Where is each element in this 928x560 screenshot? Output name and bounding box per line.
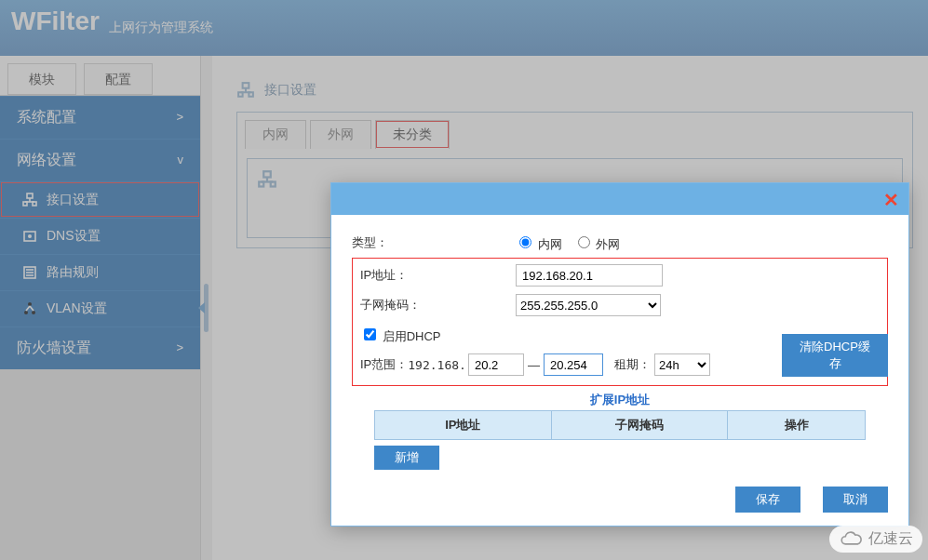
ext-ip-title: 扩展IP地址 bbox=[374, 392, 866, 408]
modal-header[interactable]: ✕ bbox=[331, 183, 908, 215]
interface-edit-modal: ✕ 类型： 内网 外网 IP地址： 子网掩码： bbox=[330, 182, 909, 527]
col-ip: IP地址 bbox=[375, 411, 552, 440]
watermark-text: 亿速云 bbox=[868, 529, 913, 549]
radio-wan-input[interactable] bbox=[578, 236, 590, 248]
type-label: 类型： bbox=[352, 234, 436, 251]
range-start-input[interactable] bbox=[468, 353, 524, 376]
radio-wan-label: 外网 bbox=[596, 237, 620, 251]
add-button[interactable]: 新增 bbox=[374, 446, 439, 470]
mask-label: 子网掩码： bbox=[360, 297, 444, 313]
watermark: 亿速云 bbox=[829, 526, 922, 553]
radio-wan[interactable]: 外网 bbox=[573, 233, 621, 253]
lease-select[interactable]: 24h bbox=[654, 353, 710, 376]
save-button[interactable]: 保存 bbox=[735, 487, 800, 513]
range-end-input[interactable] bbox=[544, 353, 603, 376]
close-icon[interactable]: ✕ bbox=[883, 189, 899, 211]
dhcp-enable[interactable]: 启用DHCP bbox=[360, 326, 440, 345]
cancel-button[interactable]: 取消 bbox=[823, 487, 888, 513]
lease-label: 租期： bbox=[614, 356, 651, 373]
radio-lan[interactable]: 内网 bbox=[515, 233, 562, 253]
clear-dhcp-cache-button[interactable]: 清除DHCP缓存 bbox=[782, 334, 888, 377]
radio-lan-input[interactable] bbox=[519, 236, 531, 248]
radio-lan-label: 内网 bbox=[538, 237, 562, 251]
dhcp-enable-label: 启用DHCP bbox=[383, 329, 441, 343]
ip-input[interactable] bbox=[516, 264, 663, 287]
ip-label: IP地址： bbox=[360, 267, 444, 284]
range-sep: — bbox=[528, 358, 540, 372]
mask-select[interactable]: 255.255.255.0 bbox=[516, 294, 661, 316]
range-prefix: 192.168. bbox=[408, 358, 466, 372]
col-action: 操作 bbox=[728, 411, 866, 440]
ext-ip-table: IP地址 子网掩码 操作 bbox=[374, 410, 866, 440]
cloud-icon bbox=[839, 530, 863, 549]
table-header-row: IP地址 子网掩码 操作 bbox=[375, 411, 866, 440]
col-mask: 子网掩码 bbox=[551, 411, 728, 440]
range-label: IP范围： bbox=[360, 356, 408, 373]
dhcp-checkbox[interactable] bbox=[364, 328, 376, 340]
